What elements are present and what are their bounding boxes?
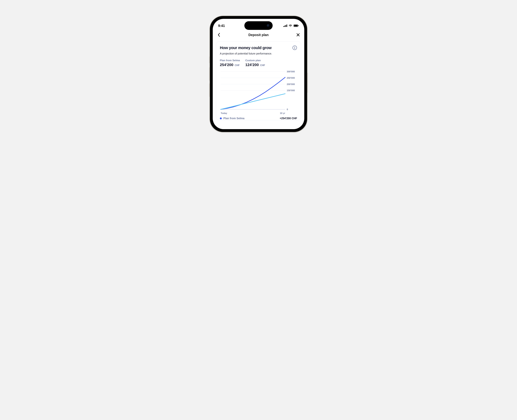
svg-rect-6 [298,25,299,26]
svg-text:Today: Today [221,112,227,114]
legend-name: Plan from Selma [223,117,245,120]
legend-row: Plan from Selma +254'200 CHF [220,117,297,120]
close-button[interactable] [296,32,301,37]
battery-icon [293,24,299,27]
phone-mockup: 9:41 [210,16,307,132]
nav-bar: Deposit plan [213,31,304,38]
svg-rect-9 [294,47,295,49]
chart-svg: 0150'000200'000250'000300'000Today10 yr [220,70,297,115]
svg-text:200'000: 200'000 [287,83,295,86]
svg-rect-3 [286,24,287,27]
metric-custom-plan: Custom plan 124'200 CHF [245,59,265,67]
metric-currency: CHF [260,64,265,67]
status-indicators [283,24,299,27]
metric-plan-selma: Plan from Selma 254'200 CHF [220,59,240,67]
metrics-row: Plan from Selma 254'200 CHF Custom plan … [220,59,297,67]
close-icon [296,33,300,37]
svg-rect-1 [284,26,285,27]
chevron-left-icon [218,33,220,37]
svg-rect-0 [283,26,284,27]
info-icon [293,45,297,50]
cellular-icon [283,24,287,27]
metric-value: 254'200 [220,63,233,67]
card-header: How your money could grow [220,45,297,50]
svg-rect-2 [286,25,286,27]
svg-text:250'000: 250'000 [287,77,295,79]
card-title: How your money could grow [220,46,271,50]
status-time: 9:41 [218,24,225,28]
projection-chart: 0150'000200'000250'000300'000Today10 yr [220,70,297,116]
svg-text:150'000: 150'000 [287,89,295,92]
page-title: Deposit plan [248,33,269,37]
svg-rect-5 [294,25,298,27]
info-button[interactable] [292,45,297,50]
phone-screen: 9:41 [213,19,304,129]
hardware-button-power [307,73,308,93]
phone-shell: 9:41 [210,16,307,132]
svg-text:0: 0 [287,108,288,111]
content-area: How your money could grow A projection o… [216,41,301,129]
legend-value: +254'200 CHF [280,117,297,120]
card-subtitle: A projection of potential future perform… [220,52,297,55]
dynamic-island [244,21,273,30]
svg-text:10 yr: 10 yr [280,112,285,114]
svg-point-8 [294,46,295,47]
metric-value: 124'200 [245,63,259,67]
metric-label: Plan from Selma [220,59,240,62]
metric-label: Custom plan [245,59,265,62]
wifi-icon [289,24,292,27]
svg-text:300'000: 300'000 [287,70,295,73]
metric-currency: CHF [235,64,240,67]
back-button[interactable] [216,32,221,37]
legend-dot [220,117,222,119]
projection-card: How your money could grow A projection o… [216,41,301,120]
